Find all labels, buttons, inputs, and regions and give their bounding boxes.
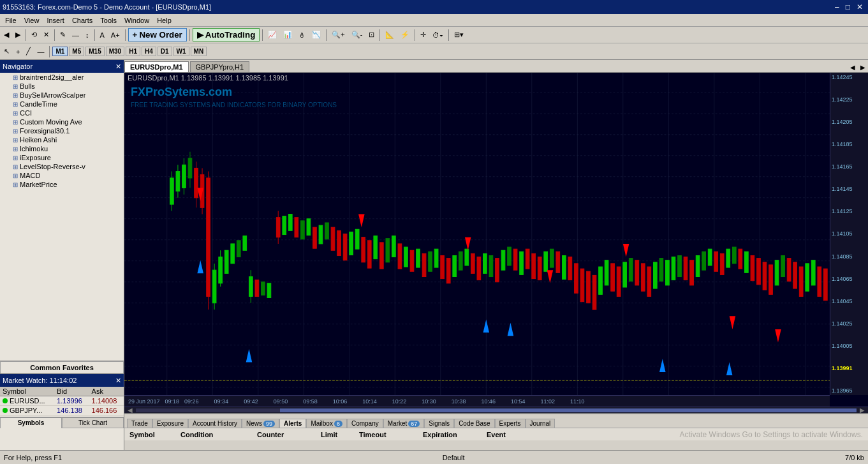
timeframe-m1[interactable]: M1 bbox=[52, 47, 68, 56]
toolbar-zoom-out[interactable]: 🔍- bbox=[349, 28, 365, 42]
toolbar-zoom-in[interactable]: 🔍+ bbox=[329, 28, 347, 42]
terminal-tab-market[interactable]: Market67 bbox=[383, 419, 425, 428]
timeframe-h1[interactable]: H1 bbox=[126, 47, 140, 56]
terminal-tab-mailbox[interactable]: Mailbox6 bbox=[306, 419, 346, 428]
toolbar-btn-1[interactable]: ◀ bbox=[1, 28, 11, 42]
draw-line[interactable]: ╱ bbox=[24, 45, 33, 59]
svg-rect-148 bbox=[818, 267, 821, 296]
nav-item[interactable]: ⊞iExposure bbox=[0, 153, 124, 162]
svg-rect-76 bbox=[379, 243, 383, 269]
menu-insert[interactable]: Insert bbox=[43, 15, 68, 26]
chart-scrollbar[interactable]: ◀ ▶ bbox=[124, 407, 868, 413]
toolbar-indicator[interactable]: 📐 bbox=[383, 28, 397, 42]
svg-rect-92 bbox=[477, 257, 481, 280]
svg-rect-121 bbox=[654, 262, 658, 288]
toolbar-zoom-fit[interactable]: ⊡ bbox=[366, 28, 377, 42]
timeframe-m5[interactable]: M5 bbox=[69, 47, 84, 56]
terminal-tab-alerts[interactable]: Alerts bbox=[279, 419, 306, 428]
terminal-tab-journal[interactable]: Journal bbox=[526, 419, 555, 428]
close-btn[interactable]: ✕ bbox=[854, 3, 865, 11]
chart-area[interactable]: EURUSDpro,M1 1.13985 1.13991 1.13985 1.1… bbox=[124, 73, 868, 407]
terminal-tab-codebase[interactable]: Code Base bbox=[454, 419, 494, 428]
toolbar-btn-6[interactable]: — bbox=[70, 28, 82, 42]
toolbar-btn-chart2[interactable]: 📊 bbox=[281, 28, 295, 42]
toolbar-period[interactable]: ⏱▾ bbox=[430, 28, 446, 42]
draw-cursor[interactable]: ↖ bbox=[1, 45, 12, 59]
toolbar-btn-9[interactable]: A+ bbox=[108, 28, 122, 42]
autotrading-button[interactable]: ▶ AutoTrading bbox=[193, 28, 260, 41]
nav-item[interactable]: ⊞Ichimoku bbox=[0, 144, 124, 153]
svg-rect-129 bbox=[702, 251, 706, 270]
chart-scroll-left[interactable]: ◀ bbox=[848, 63, 858, 72]
terminal-tab-account-history[interactable]: Account History bbox=[188, 419, 242, 428]
scroll-track[interactable] bbox=[136, 408, 857, 412]
timeframe-m15[interactable]: M15 bbox=[85, 47, 104, 56]
toolbar-indicator2[interactable]: ⚡ bbox=[398, 28, 412, 42]
nav-item[interactable]: ⊞Custom Moving Ave bbox=[0, 117, 124, 126]
toolbar-btn-chart4[interactable]: 📉 bbox=[309, 28, 323, 42]
terminal-tab-trade[interactable]: Trade bbox=[127, 419, 152, 428]
market-watch-row[interactable]: EURUSD... 1.13996 1.14008 bbox=[0, 396, 124, 406]
nav-item[interactable]: ⊞LevelStop-Reverse-v bbox=[0, 162, 124, 171]
market-watch-close-icon[interactable]: ✕ bbox=[115, 377, 121, 385]
menu-view[interactable]: View bbox=[20, 15, 43, 26]
scroll-thumb[interactable] bbox=[280, 408, 857, 412]
nav-item[interactable]: ⊞MACD bbox=[0, 171, 124, 180]
price-axis: 1.14245 1.14225 1.14205 1.14185 1.14165 … bbox=[830, 73, 868, 395]
nav-item[interactable]: ⊞Heiken Ashi bbox=[0, 135, 124, 144]
menu-charts[interactable]: Charts bbox=[68, 15, 96, 26]
timeframe-w1[interactable]: W1 bbox=[173, 47, 189, 56]
toolbar-btn-5[interactable]: ✎ bbox=[57, 28, 68, 42]
nav-item[interactable]: ⊞braintrend2sig__aler bbox=[0, 73, 124, 82]
svg-rect-102 bbox=[538, 257, 541, 280]
draw-crosshair[interactable]: + bbox=[13, 45, 22, 59]
navigator-close-icon[interactable]: ✕ bbox=[115, 63, 121, 71]
chart-tab-eurusd[interactable]: EURUSDpro,M1 bbox=[124, 61, 189, 72]
chart-scroll-right[interactable]: ▶ bbox=[858, 63, 868, 72]
minimize-btn[interactable]: – bbox=[832, 3, 842, 11]
terminal-tab-company[interactable]: Company bbox=[347, 419, 383, 428]
toolbar-btn-4[interactable]: ✕ bbox=[41, 28, 52, 42]
new-order-button[interactable]: + New Order bbox=[128, 28, 187, 41]
terminal-tab-signals[interactable]: Signals bbox=[424, 419, 454, 428]
menu-tools[interactable]: Tools bbox=[96, 15, 121, 26]
menu-window[interactable]: Window bbox=[121, 15, 153, 26]
toolbar-btn-chart3[interactable]: 🕯 bbox=[296, 28, 308, 42]
nav-tab-common[interactable]: Common Favorites bbox=[0, 361, 124, 373]
toolbar-templates[interactable]: ⊞▾ bbox=[452, 28, 466, 42]
nav-item[interactable]: ⊞MarketPrice bbox=[0, 180, 124, 189]
maximize-btn[interactable]: □ bbox=[843, 3, 853, 11]
nav-item[interactable]: ⊞Forexsignal30.1 bbox=[0, 126, 124, 135]
svg-rect-133 bbox=[726, 249, 730, 267]
autotrading-icon: ▶ bbox=[197, 30, 203, 40]
toolbar-btn-chart1[interactable]: 📈 bbox=[265, 28, 279, 42]
menu-file[interactable]: File bbox=[1, 15, 20, 26]
chart-tab-gbpjpy[interactable]: GBPJPYpro,H1 bbox=[190, 61, 250, 72]
nav-item[interactable]: ⊞CandleTime bbox=[0, 100, 124, 109]
terminal-tab-exposure[interactable]: Exposure bbox=[152, 419, 188, 428]
indicator-icon: ⊞ bbox=[13, 101, 18, 108]
toolbar-btn-3[interactable]: ⟲ bbox=[29, 28, 40, 42]
time-label: 10:06 bbox=[330, 398, 360, 405]
toolbar-btn-8[interactable]: A bbox=[98, 28, 107, 42]
terminal-tab-news[interactable]: News99 bbox=[242, 419, 279, 428]
toolbar-btn-7[interactable]: ↕ bbox=[83, 28, 92, 42]
price-label: 1.14225 bbox=[830, 96, 868, 103]
svg-rect-122 bbox=[659, 258, 663, 281]
nav-item[interactable]: ⊞BuySellArrowScalper bbox=[0, 91, 124, 100]
draw-hline[interactable]: — bbox=[34, 45, 47, 59]
timeframe-h4[interactable]: H4 bbox=[142, 47, 156, 56]
toolbar-btn-2[interactable]: ▶ bbox=[13, 28, 23, 42]
tick-chart-tab[interactable]: Tick Chart bbox=[62, 417, 124, 428]
timeframe-m30[interactable]: M30 bbox=[106, 47, 124, 56]
timeframe-d1[interactable]: D1 bbox=[158, 47, 172, 56]
terminal-tab-experts[interactable]: Experts bbox=[495, 419, 526, 428]
market-watch-row[interactable]: GBPJPY... 146.138 146.166 bbox=[0, 406, 124, 415]
price-label: 1.14025 bbox=[830, 320, 868, 327]
symbols-tab[interactable]: Symbols bbox=[0, 417, 62, 428]
nav-item[interactable]: ⊞CCI bbox=[0, 109, 124, 117]
nav-item[interactable]: ⊞Bulls bbox=[0, 82, 124, 91]
toolbar-crosshair[interactable]: ✛ bbox=[418, 28, 429, 42]
timeframe-mn[interactable]: MN bbox=[191, 47, 207, 56]
menu-help[interactable]: Help bbox=[153, 15, 175, 26]
